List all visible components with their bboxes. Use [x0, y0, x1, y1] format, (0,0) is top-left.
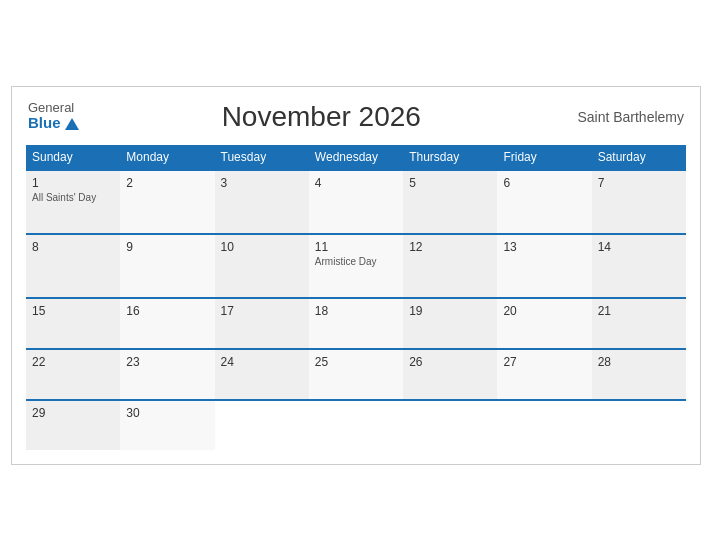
weekday-header-monday: Monday — [120, 145, 214, 170]
day-number: 25 — [315, 355, 397, 369]
calendar-cell: 7 — [592, 170, 686, 234]
calendar-cell: 29 — [26, 400, 120, 450]
day-number: 23 — [126, 355, 208, 369]
week-row-2: 891011Armistice Day121314 — [26, 234, 686, 298]
day-number: 19 — [409, 304, 491, 318]
day-number: 9 — [126, 240, 208, 254]
calendar-cell: 15 — [26, 298, 120, 349]
day-number: 11 — [315, 240, 397, 254]
calendar-container: General Blue November 2026 Saint Barthel… — [11, 86, 701, 465]
day-number: 4 — [315, 176, 397, 190]
logo-general-text: General — [28, 101, 74, 115]
calendar-header: General Blue November 2026 Saint Barthel… — [26, 97, 686, 137]
calendar-cell: 30 — [120, 400, 214, 450]
week-row-3: 15161718192021 — [26, 298, 686, 349]
day-number: 21 — [598, 304, 680, 318]
day-number: 20 — [503, 304, 585, 318]
day-number: 22 — [32, 355, 114, 369]
day-event: Armistice Day — [315, 256, 397, 267]
calendar-cell: 18 — [309, 298, 403, 349]
day-number: 26 — [409, 355, 491, 369]
calendar-cell: 21 — [592, 298, 686, 349]
weekday-header-row: SundayMondayTuesdayWednesdayThursdayFrid… — [26, 145, 686, 170]
calendar-cell: 20 — [497, 298, 591, 349]
calendar-cell: 3 — [215, 170, 309, 234]
day-number: 14 — [598, 240, 680, 254]
calendar-region: Saint Barthelemy — [564, 109, 684, 125]
calendar-cell — [592, 400, 686, 450]
logo-blue-text: Blue — [28, 115, 61, 132]
calendar-cell: 17 — [215, 298, 309, 349]
calendar-cell: 1All Saints' Day — [26, 170, 120, 234]
calendar-cell: 10 — [215, 234, 309, 298]
logo: General Blue — [28, 101, 79, 132]
day-number: 13 — [503, 240, 585, 254]
calendar-cell: 22 — [26, 349, 120, 400]
weekday-header-thursday: Thursday — [403, 145, 497, 170]
day-number: 2 — [126, 176, 208, 190]
day-number: 28 — [598, 355, 680, 369]
day-number: 7 — [598, 176, 680, 190]
calendar-cell: 23 — [120, 349, 214, 400]
logo-blue-row: Blue — [28, 115, 79, 132]
calendar-cell: 28 — [592, 349, 686, 400]
day-number: 5 — [409, 176, 491, 190]
weekday-header-friday: Friday — [497, 145, 591, 170]
week-row-4: 22232425262728 — [26, 349, 686, 400]
calendar-cell: 24 — [215, 349, 309, 400]
calendar-cell: 11Armistice Day — [309, 234, 403, 298]
calendar-cell — [309, 400, 403, 450]
day-number: 6 — [503, 176, 585, 190]
calendar-cell: 26 — [403, 349, 497, 400]
weekday-header-sunday: Sunday — [26, 145, 120, 170]
calendar-cell: 25 — [309, 349, 403, 400]
day-number: 27 — [503, 355, 585, 369]
calendar-cell — [215, 400, 309, 450]
calendar-cell: 14 — [592, 234, 686, 298]
calendar-cell: 9 — [120, 234, 214, 298]
weekday-header-tuesday: Tuesday — [215, 145, 309, 170]
day-number: 1 — [32, 176, 114, 190]
day-number: 24 — [221, 355, 303, 369]
weekday-header-saturday: Saturday — [592, 145, 686, 170]
day-number: 15 — [32, 304, 114, 318]
day-number: 17 — [221, 304, 303, 318]
week-row-5: 2930 — [26, 400, 686, 450]
calendar-title: November 2026 — [79, 101, 564, 133]
day-number: 3 — [221, 176, 303, 190]
calendar-cell: 27 — [497, 349, 591, 400]
calendar-cell: 2 — [120, 170, 214, 234]
weekday-header-wednesday: Wednesday — [309, 145, 403, 170]
calendar-cell: 5 — [403, 170, 497, 234]
day-number: 10 — [221, 240, 303, 254]
day-number: 8 — [32, 240, 114, 254]
logo-triangle-icon — [65, 118, 79, 130]
day-number: 29 — [32, 406, 114, 420]
calendar-cell: 16 — [120, 298, 214, 349]
week-row-1: 1All Saints' Day234567 — [26, 170, 686, 234]
day-number: 18 — [315, 304, 397, 318]
calendar-cell — [403, 400, 497, 450]
day-event: All Saints' Day — [32, 192, 114, 203]
calendar-cell: 8 — [26, 234, 120, 298]
calendar-cell: 19 — [403, 298, 497, 349]
day-number: 16 — [126, 304, 208, 318]
calendar-cell: 4 — [309, 170, 403, 234]
day-number: 30 — [126, 406, 208, 420]
calendar-cell — [497, 400, 591, 450]
calendar-table: SundayMondayTuesdayWednesdayThursdayFrid… — [26, 145, 686, 450]
calendar-cell: 6 — [497, 170, 591, 234]
calendar-cell: 12 — [403, 234, 497, 298]
calendar-cell: 13 — [497, 234, 591, 298]
day-number: 12 — [409, 240, 491, 254]
